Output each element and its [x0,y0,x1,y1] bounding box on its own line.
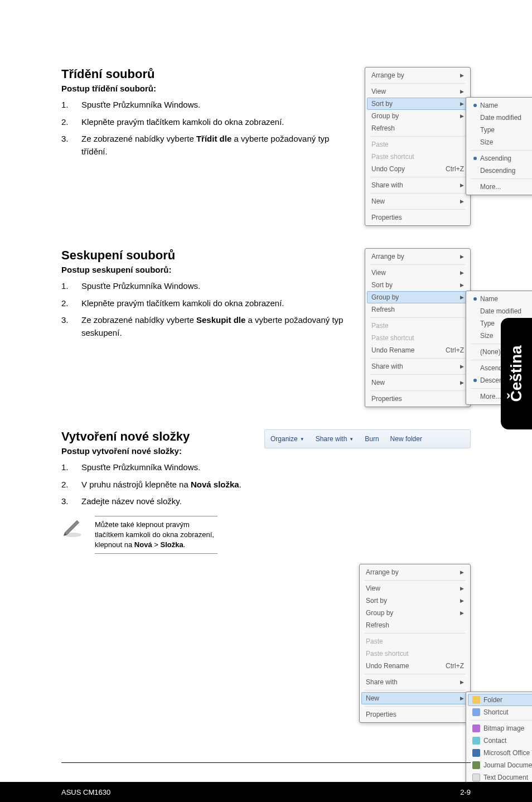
new-journal[interactable]: Journal Document [468,759,532,771]
text-icon [472,774,480,781]
bullet-icon [473,157,477,160]
ctx3-properties[interactable]: Properties [361,708,468,721]
ctx-paste-shortcut: Paste shortcut [367,151,468,163]
ctx-sort-submenu: Name Date modified Type Size Ascending D… [466,97,532,195]
ctx2-paste: Paste [367,320,468,332]
ctx3-new[interactable]: New▶ Folder Shortcut Bitmap image Contac… [361,692,468,704]
folder-icon [472,696,480,704]
context-menu-sort: Arrange by▶ View▶ Sort by▶ Name Date mod… [365,67,471,226]
ctx-sort-type[interactable]: Type [468,124,532,136]
chevron-right-icon: ▶ [460,679,464,685]
context-menu-group: Arrange by▶ View▶ Sort by▶ Group by▶ Nam… [365,248,471,407]
ctx-sort-asc[interactable]: Ascending [468,152,532,165]
new-bitmap[interactable]: Bitmap image [468,722,532,735]
s3-step2-num: 2. [61,479,81,491]
page-footer: ASUS CM1630 2-9 [0,782,532,802]
ctx2-group-date[interactable]: Date modified [468,305,532,317]
ctx3-paste: Paste [361,635,468,648]
ctx3-arrange-by[interactable]: Arrange by▶ [361,566,468,578]
s1-step2-text: Klepněte pravým tlačítkem kamkoli do okn… [81,116,354,129]
ctx-sort-name[interactable]: Name [468,99,532,112]
caret-down-icon: ▼ [300,437,304,442]
ctx3-undo-rename[interactable]: Undo RenameCtrl+Z [361,660,468,672]
bullet-icon [473,104,477,107]
context-menu-new: Arrange by▶ View▶ Sort by▶ Group by▶ Ref… [359,564,471,723]
ctx-new[interactable]: New▶ [367,195,468,207]
chevron-right-icon: ▶ [460,73,464,78]
shortcut-icon [472,708,480,716]
ctx3-share-with[interactable]: Share with▶ [361,676,468,688]
chevron-right-icon: ▶ [460,270,464,276]
ctx-sort-size[interactable]: Size [468,136,532,148]
ctx3-paste-shortcut: Paste shortcut [361,648,468,660]
chevron-right-icon: ▶ [460,364,464,369]
chevron-right-icon: ▶ [460,101,464,107]
ctx2-new[interactable]: New▶ [367,376,468,389]
s1-step3-num: 3. [61,133,81,158]
new-word-doc[interactable]: Microsoft Office Word Document [468,747,532,759]
s3-step1-text: Spusťte Průzkumníka Windows. [81,461,253,474]
chevron-right-icon: ▶ [460,254,464,259]
section1-title: Třídění souborů [61,67,354,81]
ctx2-group-by[interactable]: Group by▶ Name Date modified Type Size (… [367,291,468,303]
ctx2-sort-by[interactable]: Sort by▶ [367,279,468,291]
s2-step3-num: 3. [61,314,81,339]
ctx-refresh[interactable]: Refresh [367,122,468,134]
chevron-right-icon: ▶ [460,282,464,288]
ctx2-view[interactable]: View▶ [367,267,468,279]
bitmap-icon [472,724,480,732]
chevron-right-icon: ▶ [460,695,464,701]
chevron-right-icon: ▶ [460,294,464,300]
contact-icon [472,737,480,745]
ctx2-undo-rename[interactable]: Undo RenameCtrl+Z [367,344,468,356]
language-tab: Čeština [501,318,532,429]
ctx2-refresh[interactable]: Refresh [367,303,468,316]
s2-step3-text: Ze zobrazené nabídky vyberte Seskupit dl… [81,314,354,339]
section1-steps: 1.Spusťte Průzkumníka Windows. 2.Klepnět… [61,99,354,158]
ctx2-paste-shortcut: Paste shortcut [367,332,468,344]
ctx-sort-desc[interactable]: Descending [468,165,532,177]
ctx-view[interactable]: View▶ [367,85,468,98]
s2-step1-num: 1. [61,280,81,293]
chevron-right-icon: ▶ [460,610,464,616]
word-icon [472,749,480,757]
section3-steps: 1.Spusťte Průzkumníka Windows. 2.V pruhu… [61,461,253,508]
chevron-right-icon: ▶ [460,380,464,385]
s1-step3-text: Ze zobrazené nabídky vyberte Třídit dle … [81,133,354,158]
ctx3-sort-by[interactable]: Sort by▶ [361,595,468,607]
ctx-sort-by[interactable]: Sort by▶ Name Date modified Type Size As… [367,98,468,110]
ctx-share-with[interactable]: Share with▶ [367,179,468,191]
ctx3-view[interactable]: View▶ [361,582,468,595]
ctx2-properties[interactable]: Properties [367,393,468,405]
section2-subtitle: Postup seskupení souborů: [61,265,354,274]
new-contact[interactable]: Contact [468,735,532,747]
ctx2-arrange-by[interactable]: Arrange by▶ [367,250,468,263]
s3-step1-num: 1. [61,461,81,474]
ctx-arrange-by[interactable]: Arrange by▶ [367,69,468,81]
ctx-sort-date[interactable]: Date modified [468,112,532,124]
ctx-group-by[interactable]: Group by▶ [367,110,468,122]
new-shortcut[interactable]: Shortcut [468,706,532,718]
new-folder[interactable]: Folder [468,694,532,706]
ctx-properties[interactable]: Properties [367,211,468,224]
ctx-undo-copy[interactable]: Undo CopyCtrl+Z [367,163,468,175]
ctx3-group-by[interactable]: Group by▶ [361,607,468,619]
toolbar-share-with[interactable]: Share with ▼ [316,435,354,443]
bullet-icon [473,297,477,301]
s1-step2-num: 2. [61,116,81,129]
s1-step1-num: 1. [61,99,81,112]
ctx2-group-name[interactable]: Name [468,293,532,305]
ctx-sort-more[interactable]: More... [468,181,532,193]
chevron-right-icon: ▶ [460,113,464,119]
chevron-right-icon: ▶ [460,569,464,575]
ctx3-refresh[interactable]: Refresh [361,619,468,631]
toolbar-burn[interactable]: Burn [365,435,379,443]
s2-step2-text: Klepněte pravým tlačítkem kamkoli do okn… [81,297,354,310]
ctx2-share-with[interactable]: Share with▶ [367,360,468,373]
section3-title: Vytvoření nové složky [61,429,253,444]
chevron-right-icon: ▶ [460,598,464,603]
footer-left: ASUS CM1630 [61,788,110,796]
chevron-right-icon: ▶ [460,199,464,204]
toolbar-organize[interactable]: Organize ▼ [270,435,304,443]
toolbar-new-folder[interactable]: New folder [390,435,422,443]
